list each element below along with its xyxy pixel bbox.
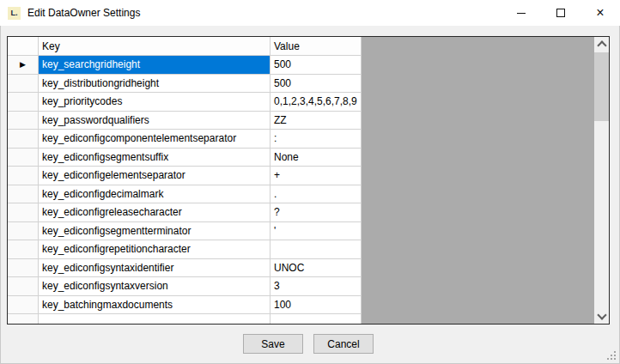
key-cell[interactable]: key_prioritycodes (39, 93, 270, 112)
value-cell[interactable]: + (270, 167, 362, 185)
close-icon: × (596, 6, 604, 20)
key-cell[interactable]: key_ediconfigsegmentterminator (39, 222, 270, 241)
key-cell[interactable]: key_batchingmaxdocuments (39, 296, 270, 315)
minimize-icon (517, 13, 526, 14)
window-title: Edit DataOwner Settings (27, 7, 140, 19)
titlebar: L. Edit DataOwner Settings × (0, 0, 620, 26)
table-row[interactable]: key_ediconfigdecimalmark. (8, 185, 609, 204)
app-icon[interactable]: L. (8, 7, 21, 20)
table-row[interactable]: key_ediconfigsegmentsuffixNone (8, 149, 609, 167)
table-row-partial[interactable] (8, 314, 609, 324)
maximize-icon (556, 9, 565, 17)
value-cell[interactable]: ? (270, 203, 362, 222)
key-cell[interactable]: key_ediconfigsyntaxversion (39, 277, 270, 296)
row-header-cell[interactable] (8, 130, 39, 149)
row-header-cell[interactable] (8, 277, 39, 296)
row-header-cell[interactable] (8, 296, 39, 315)
table-row[interactable]: key_distributiongridheight500 (8, 75, 609, 94)
key-cell-empty (39, 314, 270, 324)
key-cell[interactable]: key_ediconfigsyntaxidentifier (39, 259, 270, 278)
value-cell[interactable]: . (270, 185, 362, 204)
save-button[interactable]: Save (243, 334, 303, 354)
scroll-up-icon (597, 40, 606, 50)
key-cell[interactable]: key_distributiongridheight (39, 75, 270, 94)
value-cell[interactable]: 0,1,2,3,4,5,6,7,8,9 (270, 93, 362, 112)
resize-grip-icon[interactable] (607, 351, 617, 361)
scroll-up-button[interactable] (594, 37, 609, 52)
scrollbar-thumb[interactable] (594, 52, 609, 121)
table-row[interactable]: key_ediconfigsegmentterminator' (8, 222, 609, 241)
row-header-cell[interactable] (8, 93, 39, 112)
row-selector-icon: ▶ (20, 61, 26, 69)
cancel-button[interactable]: Cancel (313, 334, 374, 354)
key-cell[interactable]: key_ediconfigcomponentelementseparator (39, 130, 270, 149)
row-header-cell[interactable] (8, 185, 39, 204)
key-cell[interactable]: key_ediconfigelementseparator (39, 167, 270, 185)
window-controls: × (501, 0, 620, 26)
table-row[interactable]: key_ediconfigsyntaxidentifierUNOC (8, 259, 609, 278)
key-cell[interactable]: key_ediconfigrepetitioncharacter (39, 240, 270, 259)
minimize-button[interactable] (501, 0, 541, 26)
table-row[interactable]: key_ediconfigreleasecharacter? (8, 203, 609, 222)
key-cell[interactable]: key_searchgridheight (39, 56, 270, 75)
key-column-header[interactable]: Key (39, 37, 270, 56)
table-row[interactable]: key_ediconfigcomponentelementseparator: (8, 130, 609, 149)
value-cell[interactable]: UNOC (270, 259, 362, 278)
key-cell[interactable]: key_ediconfigsegmentsuffix (39, 149, 270, 167)
value-column-header[interactable]: Value (270, 37, 362, 56)
row-header-cell[interactable]: ▶ (8, 56, 39, 75)
value-cell[interactable]: None (270, 149, 362, 167)
key-cell[interactable]: key_ediconfigreleasecharacter (39, 203, 270, 222)
table-row[interactable]: key_passwordqualifiersZZ (8, 112, 609, 130)
grid-body: Key Value ▶key_searchgridheight500key_di… (8, 37, 609, 324)
value-cell-empty (270, 314, 362, 324)
value-cell[interactable]: 500 (270, 75, 362, 94)
value-cell[interactable]: : (270, 130, 362, 149)
table-row[interactable]: key_ediconfigrepetitioncharacter (8, 240, 609, 259)
value-cell[interactable] (270, 240, 362, 259)
row-header-cell[interactable] (8, 167, 39, 185)
row-header-empty (8, 314, 39, 324)
value-cell[interactable]: 100 (270, 296, 362, 315)
row-header-cell[interactable] (8, 222, 39, 241)
row-header-cell[interactable] (8, 149, 39, 167)
corner-header-cell[interactable] (8, 37, 39, 56)
table-row[interactable]: ▶key_searchgridheight500 (8, 56, 609, 75)
row-header-cell[interactable] (8, 240, 39, 259)
table-row[interactable]: key_batchingmaxdocuments100 (8, 296, 609, 315)
table-row[interactable]: key_ediconfigsyntaxversion3 (8, 277, 609, 296)
row-header-cell[interactable] (8, 203, 39, 222)
close-button[interactable]: × (580, 0, 620, 26)
key-cell[interactable]: key_passwordqualifiers (39, 112, 270, 130)
maximize-button[interactable] (541, 0, 580, 26)
grid-header-row: Key Value (8, 37, 609, 56)
scroll-down-icon (597, 310, 606, 319)
key-cell[interactable]: key_ediconfigdecimalmark (39, 185, 270, 204)
scroll-down-button[interactable] (594, 309, 609, 324)
row-header-cell[interactable] (8, 75, 39, 94)
value-cell[interactable]: ' (270, 222, 362, 241)
value-cell[interactable]: ZZ (270, 112, 362, 130)
row-header-cell[interactable] (8, 259, 39, 278)
table-row[interactable]: key_prioritycodes0,1,2,3,4,5,6,7,8,9 (8, 93, 609, 112)
value-cell[interactable]: 500 (270, 56, 362, 75)
row-header-cell[interactable] (8, 112, 39, 130)
settings-grid: Key Value ▶key_searchgridheight500key_di… (7, 36, 610, 325)
vertical-scrollbar[interactable] (594, 37, 609, 324)
value-cell[interactable]: 3 (270, 277, 362, 296)
table-row[interactable]: key_ediconfigelementseparator+ (8, 167, 609, 185)
